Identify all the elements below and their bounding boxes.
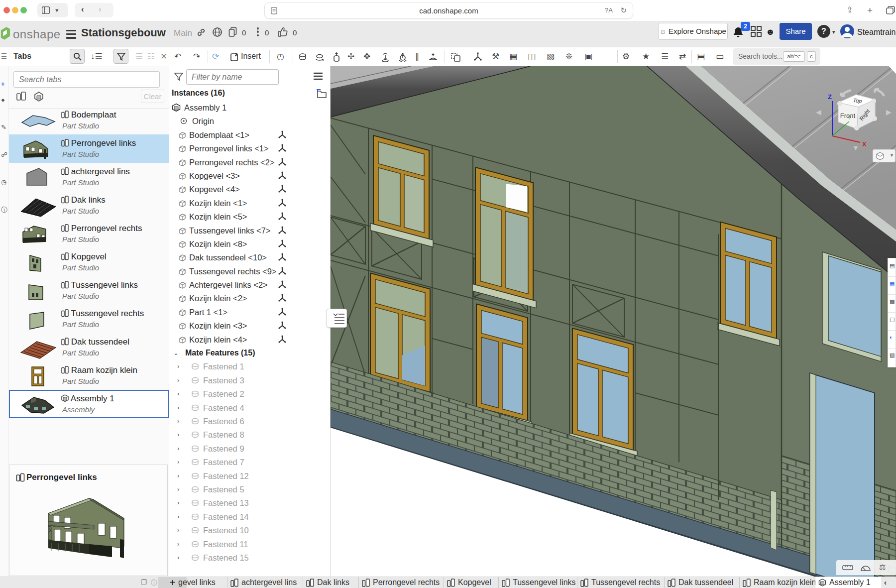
- gable-window-opening[interactable]: [822, 252, 881, 361]
- instance-tussengevel-links-7[interactable]: Tussengevel links <7>: [169, 224, 330, 237]
- mate-connector-icon[interactable]: [278, 267, 287, 276]
- avatar[interactable]: [840, 24, 854, 38]
- fasten-mate-icon[interactable]: [298, 52, 308, 62]
- mate-connector-icon[interactable]: [278, 294, 287, 303]
- mate-connector-icon[interactable]: [278, 321, 287, 330]
- mate-fastened-2[interactable]: › Fastened 2: [169, 387, 330, 401]
- instance-dak-tussendeel-10[interactable]: Dak tussendeel <10>: [169, 251, 330, 264]
- revolve-icon[interactable]: ◷: [277, 51, 284, 62]
- instance-kozijn-klein-5[interactable]: Kozijn klein <5>: [169, 210, 330, 224]
- redo-icon[interactable]: ↷: [193, 51, 200, 62]
- expand-chevron-icon[interactable]: ›: [177, 458, 179, 466]
- viewport-3d[interactable]: Top Front Right Z X Y ◀ ▶ ▼ ▾ ▤ ▦: [331, 66, 896, 577]
- expand-chevron-icon[interactable]: ›: [177, 376, 179, 384]
- mate-fastened-7[interactable]: › Fastened 7: [169, 456, 330, 469]
- explore-onshape-button[interactable]: ☼ Explore Onshape: [658, 23, 728, 40]
- tab-overview-icon[interactable]: [886, 6, 895, 14]
- mate-connector-icon[interactable]: [278, 212, 287, 221]
- mate-connector-icon[interactable]: [278, 130, 287, 139]
- instance-kopgevel-3[interactable]: Kopgevel <3>: [169, 169, 330, 183]
- mate-connector-icon[interactable]: [278, 280, 287, 289]
- rotate-right-arrow[interactable]: ▶: [886, 108, 892, 116]
- help-tabs-icon[interactable]: ⓘ: [151, 579, 157, 588]
- sidebar-tab-raam-kozijn-klein[interactable]: Raam kozijn klein Part Studio: [9, 361, 169, 390]
- search-tabs-button[interactable]: [70, 49, 85, 64]
- sidebar-tab-perrongevel-rechts[interactable]: Perrongevel rechts Part Studio: [9, 220, 169, 248]
- expand-chevron-icon[interactable]: ›: [177, 404, 179, 411]
- sidebar-tab-tussengevel-links[interactable]: Tussengevel links Part Studio: [9, 276, 169, 305]
- bottom-tab-perrongevel-rechts[interactable]: Perrongevel rechts: [359, 577, 444, 588]
- expand-chevron-icon[interactable]: ›: [177, 362, 179, 370]
- instance-bodemplaat-1[interactable]: Bodemplaat <1>: [169, 128, 330, 142]
- mate-fastened-10[interactable]: › Fastened 10: [169, 524, 330, 537]
- mate-connector-icon[interactable]: [278, 144, 287, 153]
- search-tools[interactable]: Search tools... alt/⌥ c: [733, 48, 820, 65]
- keyboard-icon[interactable]: ▧: [890, 352, 895, 358]
- sidebar-tab-bodemplaat[interactable]: Bodemplaat Part Studio: [9, 106, 169, 134]
- right-mini-toolbar[interactable]: ▤ ▦ ▩ ▢ ◐ ▧: [888, 258, 896, 367]
- pattern-icon[interactable]: ▦: [509, 51, 517, 62]
- bottom-tab-raam-kozijn-klein[interactable]: Raam kozijn klein: [740, 577, 815, 588]
- mate-fastened-13[interactable]: › Fastened 13: [169, 496, 330, 510]
- expand-chevron-icon[interactable]: ›: [177, 445, 179, 452]
- sidebar-tab-assembly-1[interactable]: Assembly 1 Assembly: [9, 390, 169, 418]
- mate-fastened-8[interactable]: › Fastened 8: [169, 428, 330, 442]
- list-view-icon[interactable]: ☰: [135, 51, 143, 62]
- tabs-scroll-left[interactable]: ‹: [884, 578, 887, 587]
- transfer-icon[interactable]: ⇄: [679, 51, 686, 62]
- history-icon[interactable]: ◷: [1, 178, 6, 186]
- view-cube-body[interactable]: Top Front Right: [837, 95, 877, 130]
- view-cube[interactable]: Top Front Right Z X Y: [826, 83, 891, 153]
- measure-icon[interactable]: ▩: [890, 298, 895, 305]
- sidebar-tab-dak-links[interactable]: Dak links Part Studio: [9, 191, 169, 220]
- tangent-mate-icon[interactable]: [428, 52, 438, 62]
- mate-fastened-6[interactable]: › Fastened 6: [169, 415, 330, 428]
- bottom-tab-gevel-links[interactable]: gevel links: [175, 577, 227, 588]
- replicate-icon[interactable]: ▧: [547, 51, 555, 62]
- door-opening[interactable]: [810, 373, 875, 577]
- sidebar-tab-achtergevel-lins[interactable]: achtergevel lins Part Studio: [9, 163, 169, 191]
- bottom-tab-tussengevel-rechts[interactable]: Tussengevel rechts: [577, 577, 665, 588]
- sidebar-tab-perrongevel-links[interactable]: Perrongevel links Part Studio: [9, 134, 169, 163]
- sync-icon[interactable]: ⟳: [212, 51, 219, 62]
- view-options-button[interactable]: ▾: [873, 149, 896, 162]
- window-2[interactable]: [472, 166, 536, 308]
- share-page-icon[interactable]: ⇪: [846, 5, 853, 14]
- close-panel-icon[interactable]: ✕: [160, 51, 167, 62]
- expand-chevron-icon[interactable]: ›: [177, 485, 179, 493]
- instance-part-1-1[interactable]: Part 1 <1>: [169, 306, 330, 319]
- copies-icon[interactable]: [228, 27, 237, 37]
- slider-mate-icon[interactable]: [332, 52, 341, 62]
- restore-windows-icon[interactable]: ❐: [141, 579, 147, 586]
- expand-chevron-icon[interactable]: ›: [177, 417, 179, 425]
- comment-icon[interactable]: ●: [1, 96, 5, 104]
- mate-fastened-1[interactable]: › Fastened 1: [169, 360, 330, 373]
- sort-icon[interactable]: ↓☰: [91, 51, 103, 62]
- bolt-icon[interactable]: ⚒: [492, 51, 499, 62]
- expand-chevron-icon[interactable]: ›: [177, 513, 179, 520]
- mate-connector-icon[interactable]: [278, 226, 287, 235]
- versions-icon[interactable]: ☍: [1, 151, 7, 158]
- forward-button[interactable]: ›: [99, 4, 102, 14]
- section-icon[interactable]: ▢: [890, 316, 895, 323]
- revolute-mate-icon[interactable]: [315, 52, 325, 62]
- new-tab-icon[interactable]: +: [867, 5, 873, 16]
- instance-kozijn-klein-8[interactable]: Kozijn klein <8>: [169, 237, 330, 251]
- instance-achtergevel-links-2[interactable]: Achtergevel links <2>: [169, 278, 330, 292]
- instance-perrongevel-rechts-2[interactable]: Perrongevel rechts <2>: [169, 156, 330, 169]
- snapshot-icon[interactable]: ▣: [584, 51, 592, 62]
- insert-label[interactable]: Insert: [241, 52, 261, 61]
- planar-mate-icon[interactable]: ✢: [347, 51, 354, 62]
- bottom-tab-assembly-1[interactable]: Assembly 1: [815, 577, 882, 588]
- window-3[interactable]: [717, 221, 780, 346]
- ball-mate-icon[interactable]: [398, 52, 408, 62]
- gears-icon[interactable]: ⚙: [622, 51, 630, 62]
- mate-connector-icon[interactable]: [278, 171, 287, 180]
- mate-connector-icon[interactable]: [278, 308, 287, 317]
- drawing-icon[interactable]: ▤: [697, 51, 705, 62]
- search-tabs-input[interactable]: [13, 71, 160, 88]
- mate-connector-icon[interactable]: [278, 253, 287, 262]
- filter-by-name-input[interactable]: [186, 69, 279, 85]
- expand-chevron-icon[interactable]: ›: [177, 390, 179, 397]
- bom-icon[interactable]: ▤: [890, 262, 895, 269]
